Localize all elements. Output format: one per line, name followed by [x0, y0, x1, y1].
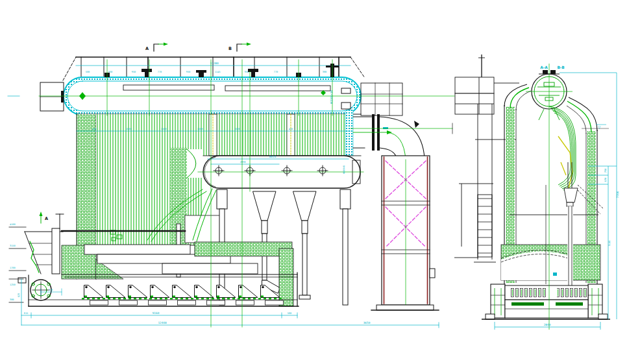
dim-top-3: 770: [158, 71, 162, 73]
elevation-2: 1700: [10, 267, 16, 269]
steam-drum: Φ1500×16: [8, 64, 454, 115]
dim-bottom-1: 9160: [153, 311, 160, 315]
grate-air-slots-left: [510, 288, 547, 297]
dim-mid-0: 450: [92, 128, 97, 130]
dim-grate-front-v: 625: [18, 293, 20, 298]
duct-support-frame: [361, 83, 402, 115]
dim-bottom2-1: 3650: [363, 321, 371, 324]
lower-drum-size-label: Φ600×8: [343, 165, 345, 174]
steam-pipe: [123, 85, 214, 90]
dim-mid-3: 1500: [197, 128, 203, 130]
dim-rv-width: 2840: [544, 323, 551, 326]
section-bb-label: B-B: [557, 66, 565, 69]
rear-wall-casing: [345, 110, 353, 156]
dim-lower-drum: 6014: [269, 155, 277, 158]
dim-grate-front: 310: [49, 289, 53, 291]
section-marker-b-top: B: [228, 43, 251, 52]
grate-bar-left: [511, 302, 544, 306]
elevation-0: 4100: [10, 223, 16, 226]
right-view-cross-section: A-A B-B: [454, 55, 619, 330]
boiler-ga-drawing: A B 11280 500 950 950 770 950 1145 950 7…: [0, 0, 640, 364]
dim-rv-small-0: 750: [604, 169, 607, 173]
flue-duct-and-economizer: [353, 83, 439, 310]
dim-rv-height2: 5168: [608, 241, 611, 247]
rear-seal-band: [195, 242, 292, 256]
elevation-3: 1250: [10, 284, 16, 286]
section-marker-a-top: A: [145, 43, 168, 52]
water-level-mark: ▽: [582, 125, 609, 129]
section-marker-a-bottom: A: [40, 212, 49, 223]
dim-top-2: 950: [132, 71, 136, 73]
ladder-rungs: [478, 195, 492, 257]
grate-cleats: [83, 284, 282, 299]
boiler-bank-tubes: [203, 114, 351, 156]
dim-top-4: 950: [186, 71, 191, 73]
dim-lower-drum-2: 2896: [240, 161, 246, 164]
section-a-label: A: [145, 46, 149, 51]
grate-frame-windows: [90, 300, 284, 306]
section-b-label: B: [228, 46, 232, 51]
duct-arrow-icon: [414, 121, 419, 128]
gas-flow-arrow-icon: [387, 130, 392, 134]
dim-bottom2-0: 12448: [158, 321, 167, 324]
grate-bar-right: [556, 302, 583, 306]
dim-top-8: 380: [323, 71, 327, 73]
economizer-pedestal: [376, 305, 434, 310]
dim-mid-5: 450: [289, 128, 293, 130]
section-a-arrow-icon: [164, 43, 168, 46]
dim-bottom-2: 560: [288, 312, 292, 315]
grate-cross-section: [482, 284, 610, 319]
chain-grate: 310: [18, 273, 299, 306]
section-b-arrow-icon: [247, 43, 251, 46]
dim-mid-1: 1500: [126, 128, 132, 130]
section-aa-label: A-A: [540, 66, 548, 69]
section-a-bottom-arrow-icon: [40, 212, 43, 216]
elevation-markers: 4100 3150 1700 1250 380: [9, 223, 26, 302]
dim-rv-small-1: 670: [604, 178, 607, 182]
access-opening: [185, 215, 221, 243]
dim-bottom-0: 615: [24, 312, 29, 315]
ash-hopper-1: [253, 191, 276, 221]
dim-rv-height: 7706: [616, 191, 619, 198]
dim-mid-4: 1500: [234, 128, 240, 130]
dim-top-0: 500: [86, 71, 90, 73]
boiler-ga-drawing-canvas: A B 11280 500 950 950 770 950 1145 950 7…: [0, 0, 640, 364]
elevation-4: 380: [10, 298, 14, 301]
dim-top-5: 1145: [215, 71, 221, 73]
dim-overall-top: 11280: [210, 62, 219, 65]
section-a-bottom-label: A: [45, 216, 48, 221]
grate-air-slots-right: [557, 288, 588, 297]
elevation-1: 3150: [10, 245, 16, 247]
steam-pipe-2: [225, 86, 330, 91]
left-view-longitudinal-section: A B 11280 500 950 950 770 950 1145 950 7…: [8, 43, 454, 328]
ash-hopper-2: [293, 191, 316, 221]
dim-top-7: 770: [274, 71, 278, 73]
lower-drum: 6014 2896 Φ600×8: [198, 155, 363, 188]
dim-mid-2: 1500: [161, 128, 167, 130]
